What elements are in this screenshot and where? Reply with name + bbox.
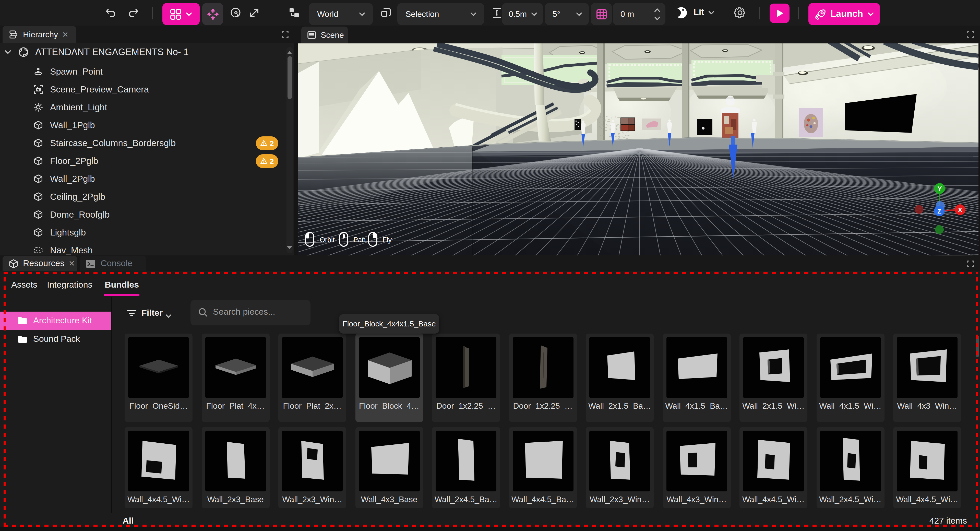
svg-text:X: X <box>958 206 963 214</box>
svg-text:Orbit: Orbit <box>320 236 335 244</box>
svg-text:Pan: Pan <box>353 236 366 244</box>
svg-text:Y: Y <box>937 185 942 193</box>
svg-text:Z: Z <box>937 207 942 215</box>
svg-text:Fly: Fly <box>382 236 392 244</box>
